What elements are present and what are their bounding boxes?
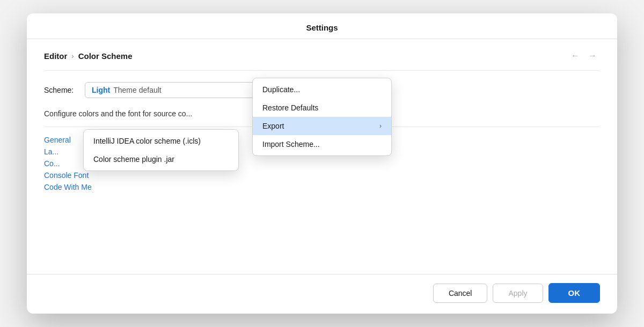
- apply-button[interactable]: Apply: [493, 284, 543, 303]
- sidebar-link-console-font[interactable]: Console Font: [44, 170, 600, 181]
- submenu-item-jar[interactable]: Color scheme plugin .jar: [84, 150, 238, 168]
- dialog-title: Settings: [27, 13, 617, 39]
- dialog-body: Editor › Color Scheme ← → Scheme: Light …: [27, 39, 617, 274]
- cancel-button[interactable]: Cancel: [433, 284, 488, 303]
- scheme-value-rest: Theme default: [113, 86, 162, 94]
- submenu-item-icls[interactable]: IntelliJ IDEA color scheme (.icls): [84, 132, 238, 150]
- settings-dialog: Settings Editor › Color Scheme ← → Schem…: [27, 13, 617, 314]
- breadcrumb-current: Color Scheme: [78, 51, 133, 61]
- sidebar-link-code-with-me[interactable]: Code With Me: [44, 182, 600, 192]
- dropdown-item-duplicate[interactable]: Duplicate...: [253, 80, 391, 99]
- dropdown-item-export[interactable]: Export ›: [253, 117, 391, 135]
- dialog-footer: Cancel Apply OK: [27, 274, 617, 314]
- scheme-dropdown[interactable]: Light Theme default ⌄: [85, 82, 267, 98]
- ok-button[interactable]: OK: [548, 283, 601, 303]
- breadcrumb: Editor › Color Scheme ← →: [44, 39, 600, 71]
- export-submenu: IntelliJ IDEA color scheme (.icls) Color…: [83, 129, 239, 171]
- breadcrumb-separator: ›: [71, 52, 74, 60]
- back-button[interactable]: ←: [568, 50, 583, 62]
- export-arrow-icon: ›: [379, 122, 382, 130]
- scheme-label: Scheme:: [44, 86, 76, 94]
- scheme-value-bold: Light: [92, 86, 110, 94]
- gear-dropdown-menu: Duplicate... Restore Defaults Export › I…: [252, 78, 392, 156]
- forward-button[interactable]: →: [585, 50, 600, 62]
- breadcrumb-nav: ← →: [568, 50, 600, 62]
- dropdown-item-import[interactable]: Import Scheme...: [253, 135, 391, 153]
- breadcrumb-editor: Editor: [44, 51, 67, 61]
- dropdown-item-restore[interactable]: Restore Defaults: [253, 99, 391, 117]
